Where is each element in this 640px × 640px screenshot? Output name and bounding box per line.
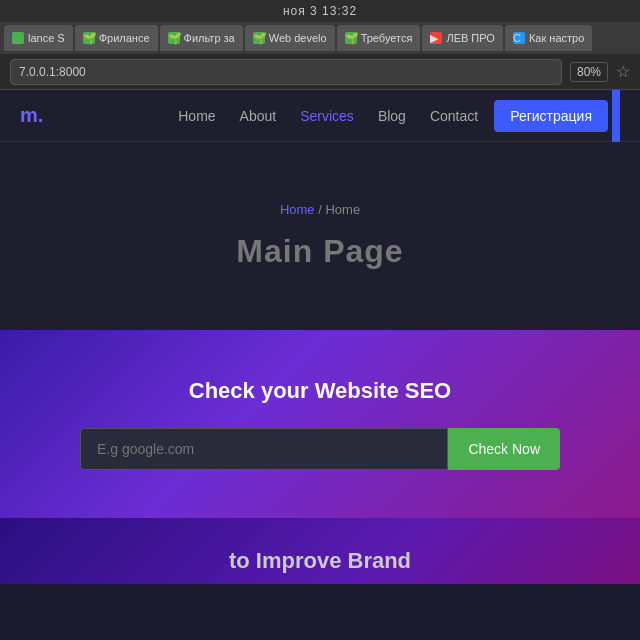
tab-label-2: Фрилансе [99,32,150,44]
tab-label-4: Web develo [269,32,327,44]
nav-link-services[interactable]: Services [300,108,354,124]
nav-links: Home About Services Blog Contact [178,107,478,125]
tab-favicon-1 [12,32,24,44]
os-bar: ноя 3 13:32 [0,0,640,22]
browser-tab-1[interactable]: lance S [4,25,73,51]
nav-link-about[interactable]: About [240,108,277,124]
browser-tab-5[interactable]: 🌱 Требуется [337,25,421,51]
nav-link-blog[interactable]: Blog [378,108,406,124]
datetime: ноя 3 13:32 [283,4,357,18]
seo-section: Check your Website SEO Check Now [0,330,640,518]
tab-label-5: Требуется [361,32,413,44]
bottom-section: to Improve Brand [0,518,640,584]
zoom-badge: 80% [570,62,608,82]
address-input[interactable] [10,59,562,85]
breadcrumb: Home / Home [20,202,620,217]
seo-url-input[interactable] [80,428,448,470]
tab-label-3: Фильтр за [184,32,235,44]
browser-tab-7[interactable]: C Как настро [505,25,592,51]
hero-title: Main Page [20,233,620,270]
navbar: m. Home About Services Blog Contact Реги… [0,90,640,142]
seo-input-row: Check Now [80,428,560,470]
browser-tab-2[interactable]: 🌱 Фрилансе [75,25,158,51]
bookmark-icon[interactable]: ☆ [616,62,630,81]
address-bar: 80% ☆ [0,54,640,90]
register-button[interactable]: Регистрация [494,100,608,132]
tab-favicon-7: C [513,32,525,44]
nav-link-contact[interactable]: Contact [430,108,478,124]
tab-label-6: ЛЕВ ПРО [446,32,495,44]
tab-favicon-3: 🌱 [168,32,180,44]
hero-section: Home / Home Main Page [0,142,640,330]
breadcrumb-separator: / [318,202,322,217]
nav-extra-bar [612,90,620,142]
tab-favicon-6: ▶ [430,32,442,44]
check-now-button[interactable]: Check Now [448,428,560,470]
website-content: m. Home About Services Blog Contact Реги… [0,90,640,584]
bottom-title: to Improve Brand [20,548,620,574]
tab-favicon-4: 🌱 [253,32,265,44]
browser-tab-4[interactable]: 🌱 Web develo [245,25,335,51]
browser-tab-3[interactable]: 🌱 Фильтр за [160,25,243,51]
seo-title: Check your Website SEO [20,378,620,404]
tab-favicon-2: 🌱 [83,32,95,44]
nav-logo: m. [20,104,43,127]
breadcrumb-current: Home [325,202,360,217]
tab-label-7: Как настро [529,32,584,44]
browser-tab-6[interactable]: ▶ ЛЕВ ПРО [422,25,503,51]
breadcrumb-link[interactable]: Home [280,202,315,217]
tab-favicon-5: 🌱 [345,32,357,44]
nav-link-home[interactable]: Home [178,108,215,124]
tab-label-1: lance S [28,32,65,44]
browser-tabs-bar: lance S 🌱 Фрилансе 🌱 Фильтр за 🌱 Web dev… [0,22,640,54]
